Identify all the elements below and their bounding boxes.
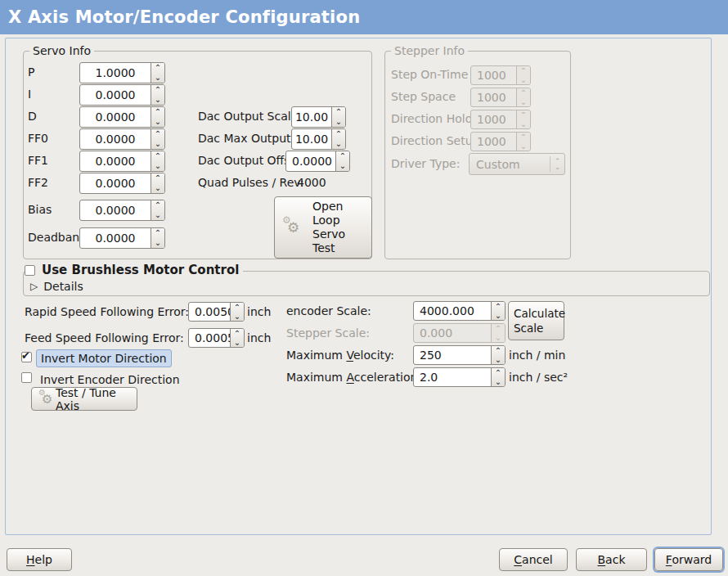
dac-max-output-spinner[interactable]: ⌃⌄ [331,129,345,149]
forward-label: Forward [666,553,712,566]
maximum-acceleration-spinner[interactable]: ⌃⌄ [491,368,505,386]
rapid-following-error-spinner[interactable]: ⌃⌄ [230,303,244,321]
bias-spinbox[interactable]: ⌃⌄ [79,200,165,221]
rapid-following-error-spinbox[interactable]: ⌃⌄ [188,302,245,322]
feed-following-error-input[interactable] [189,329,230,347]
maximum-velocity-input[interactable] [414,346,491,364]
p-spinner[interactable]: ⌃⌄ [151,63,164,83]
ff0-input[interactable] [80,129,151,149]
spin-up-icon[interactable]: ⌃ [151,200,164,210]
d-spinner[interactable]: ⌃⌄ [151,107,164,127]
ff1-spinbox[interactable]: ⌃⌄ [79,151,165,172]
spin-down-icon[interactable]: ⌄ [151,95,164,105]
open-loop-servo-test-button[interactable]: ⚙⚙ Open Loop Servo Test [274,196,372,259]
details-label[interactable]: Details [43,280,83,293]
deadband-input[interactable] [80,228,151,248]
spin-down-icon[interactable]: ⌄ [492,377,505,386]
encoder-scale-input[interactable] [414,302,491,320]
encoder-scale-spinbox[interactable]: ⌃⌄ [413,301,506,321]
spin-up-icon[interactable]: ⌃ [151,63,164,73]
bias-input[interactable] [80,200,151,220]
spin-up-icon[interactable]: ⌃ [332,107,345,117]
invert-motor-checkbox[interactable]: ✔ [21,352,32,362]
use-brushless-label[interactable]: Use Brushless Motor Control [42,263,239,277]
back-button[interactable]: Back [576,548,647,571]
bias-spinner[interactable]: ⌃⌄ [151,200,164,220]
spin-down-icon[interactable]: ⌄ [151,139,164,149]
calculate-scale-button[interactable]: Calculate Scale [508,301,564,340]
dac-output-offset-input[interactable] [286,151,335,171]
encoder-scale-spinner[interactable]: ⌃⌄ [491,302,505,320]
rapid-following-error-input[interactable] [189,303,230,321]
label-p: P [28,65,34,79]
spin-down-icon[interactable]: ⌄ [336,161,349,171]
label-driver-type: Driver Type: [391,157,460,171]
i-spinner[interactable]: ⌃⌄ [151,85,164,105]
ff2-spinner[interactable]: ⌃⌄ [151,173,164,193]
spin-down-icon[interactable]: ⌄ [151,210,164,220]
feed-following-error-spinner[interactable]: ⌃⌄ [230,329,244,347]
maximum-velocity-spinbox[interactable]: ⌃⌄ [413,345,506,365]
p-input[interactable] [80,63,151,83]
d-input[interactable] [80,107,151,127]
maximum-acceleration-input[interactable] [414,368,491,386]
ff0-spinbox[interactable]: ⌃⌄ [79,128,165,150]
spin-down-icon[interactable]: ⌄ [332,117,345,127]
dac-output-scale-spinner[interactable]: ⌃⌄ [331,107,345,127]
ff1-spinner[interactable]: ⌃⌄ [151,151,164,171]
ff2-input[interactable] [80,173,151,193]
use-brushless-checkbox-row[interactable]: Use Brushless Motor Control [25,263,243,277]
d-spinbox[interactable]: ⌃⌄ [79,106,165,128]
deadband-spinner[interactable]: ⌃⌄ [151,228,164,248]
spin-up-icon[interactable]: ⌃ [332,129,345,139]
invert-encoder-checkbox[interactable] [21,372,32,383]
i-spinbox[interactable]: ⌃⌄ [79,84,165,106]
spin-down-icon[interactable]: ⌄ [231,312,244,321]
maximum-acceleration-spinbox[interactable]: ⌃⌄ [413,367,506,387]
deadband-spinbox[interactable]: ⌃⌄ [79,227,165,249]
forward-button[interactable]: Forward [654,548,723,571]
spin-down-icon[interactable]: ⌄ [151,117,164,127]
spin-up-icon[interactable]: ⌃ [151,173,164,183]
use-brushless-checkbox[interactable] [25,265,35,276]
ff0-spinner[interactable]: ⌃⌄ [151,129,164,149]
spin-up-icon[interactable]: ⌃ [151,85,164,95]
spin-up-icon[interactable]: ⌃ [151,228,164,238]
invert-motor-label[interactable]: Invert Motor Direction [36,349,172,367]
invert-encoder-label[interactable]: Invert Encoder Direction [40,373,180,387]
spin-down-icon[interactable]: ⌄ [151,161,164,171]
dac-max-output-input[interactable] [292,129,331,149]
spin-up-icon[interactable]: ⌃ [492,368,505,377]
feed-following-error-spinbox[interactable]: ⌃⌄ [188,328,245,348]
dac-max-output-spinbox[interactable]: ⌃⌄ [291,128,346,150]
dac-output-offset-spinbox[interactable]: ⌃⌄ [285,151,350,172]
spin-up-icon[interactable]: ⌃ [231,329,244,338]
spin-up-icon[interactable]: ⌃ [151,129,164,139]
details-expander[interactable]: ▷ Details [30,280,83,293]
p-spinbox[interactable]: ⌃⌄ [79,62,165,83]
expander-triangle-icon[interactable]: ▷ [30,281,38,292]
help-button[interactable]: Help [7,548,72,571]
spin-down-icon[interactable]: ⌄ [492,311,505,320]
spin-down-icon[interactable]: ⌄ [231,338,244,347]
spin-up-icon[interactable]: ⌃ [336,151,349,161]
spin-down-icon[interactable]: ⌄ [332,139,345,149]
spin-up-icon[interactable]: ⌃ [151,151,164,161]
test-tune-axis-button[interactable]: ⚙⚙ Test / Tune Axis [31,387,137,411]
dac-output-scale-spinbox[interactable]: ⌃⌄ [291,106,346,128]
spin-up-icon[interactable]: ⌃ [231,303,244,312]
ff1-input[interactable] [80,151,151,171]
cancel-button[interactable]: Cancel [499,548,568,571]
ff2-spinbox[interactable]: ⌃⌄ [79,173,165,194]
i-input[interactable] [80,85,151,105]
dac-output-offset-spinner[interactable]: ⌃⌄ [335,151,349,171]
spin-down-icon[interactable]: ⌄ [151,238,164,248]
spin-down-icon[interactable]: ⌄ [151,73,164,83]
maximum-velocity-spinner[interactable]: ⌃⌄ [491,346,505,364]
spin-down-icon[interactable]: ⌄ [492,355,505,364]
spin-up-icon[interactable]: ⌃ [492,302,505,311]
spin-down-icon[interactable]: ⌄ [151,183,164,193]
dac-output-scale-input[interactable] [292,107,331,127]
spin-up-icon[interactable]: ⌃ [492,346,505,355]
spin-up-icon[interactable]: ⌃ [151,107,164,117]
